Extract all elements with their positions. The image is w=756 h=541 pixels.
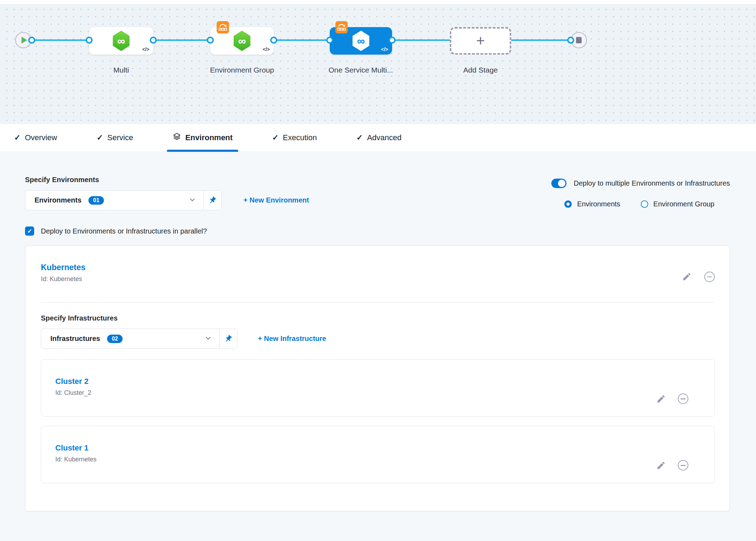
rolling-deploy-badge-icon — [217, 21, 229, 33]
infinity-glyph: ∞ — [238, 36, 246, 46]
check-icon: ✓ — [97, 133, 103, 142]
edit-infrastructure-button[interactable] — [656, 461, 666, 470]
pipeline-canvas: ∞ </> ∞ </> — [0, 0, 756, 124]
stop-icon — [576, 37, 582, 43]
tab-label: Service — [107, 133, 133, 142]
infinity-glyph: ∞ — [117, 36, 125, 46]
infrastructures-dropdown[interactable]: Infrastructures 02 — [41, 329, 237, 349]
tab-label: Overview — [25, 133, 57, 142]
pin-button[interactable] — [219, 329, 237, 348]
tab-advanced[interactable]: ✓ Advanced — [353, 124, 405, 152]
connector-port — [150, 37, 157, 44]
pipeline-edge — [153, 39, 210, 41]
pipeline-edge — [31, 39, 89, 41]
tab-label: Environment — [185, 133, 233, 142]
specify-environments-heading: Specify Environments — [25, 176, 309, 184]
environment-id: Id: Kubernetes — [41, 275, 86, 283]
environment-card: Kubernetes Id: Kubernetes Specify Infras… — [25, 245, 730, 511]
infrastructure-name-link[interactable]: Cluster 2 — [55, 377, 91, 386]
edit-infrastructure-button[interactable] — [656, 394, 666, 404]
tab-label: Execution — [283, 133, 317, 142]
check-icon: ✓ — [14, 133, 20, 142]
stage-label: Add Stage — [447, 64, 514, 75]
radio-environments[interactable] — [564, 200, 572, 208]
parallel-deploy-checkbox[interactable]: ✓ — [25, 226, 34, 236]
rolling-deploy-badge-icon — [335, 21, 348, 33]
pin-button[interactable] — [203, 191, 221, 210]
deploy-multiple-toggle[interactable] — [551, 179, 566, 188]
deploy-multiple-toggle-label: Deploy to multiple Environments or Infra… — [574, 179, 730, 187]
environment-name-link[interactable]: Kubernetes — [41, 263, 86, 272]
yaml-code-icon: </> — [142, 46, 149, 52]
chevron-down-icon — [204, 334, 212, 343]
connector-port — [389, 37, 396, 44]
tab-environment[interactable]: Environment — [169, 124, 236, 152]
stage-node-multi[interactable]: ∞ </> — [89, 27, 153, 55]
environments-count-badge: 01 — [88, 196, 104, 205]
new-environment-link[interactable]: + New Environment — [243, 196, 309, 204]
service-hexagon-icon: ∞ — [112, 31, 131, 51]
connector-port — [326, 37, 333, 44]
tab-overview[interactable]: ✓ Overview — [11, 124, 61, 152]
divider — [41, 302, 715, 303]
pipeline-edge — [392, 39, 450, 41]
connector-port — [28, 37, 35, 44]
tab-label: Advanced — [367, 133, 402, 142]
plus-icon: + — [476, 33, 485, 48]
edit-environment-button[interactable] — [682, 272, 692, 281]
environment-tab-panel: Specify Environments Environments 01 — [0, 152, 756, 541]
infrastructure-card: Cluster 2 Id: Cluster_2 — [41, 359, 715, 417]
connector-port — [270, 37, 277, 44]
radio-environments-label: Environments — [577, 200, 620, 208]
infrastructure-card: Cluster 1 Id: Kubernetes — [41, 426, 715, 483]
check-icon: ✓ — [272, 133, 278, 142]
yaml-code-icon: </> — [381, 46, 388, 52]
connector-port — [207, 37, 214, 44]
infinity-glyph: ∞ — [357, 36, 365, 46]
toggle-knob — [558, 180, 565, 187]
yaml-code-icon: </> — [263, 46, 270, 52]
pipeline-edge — [511, 39, 571, 41]
new-infrastructure-link[interactable]: + New Infrastructure — [258, 335, 326, 343]
specify-infrastructures-heading: Specify Infrastructures — [41, 314, 715, 322]
remove-infrastructure-button[interactable] — [678, 393, 688, 404]
stage-label: One Service Multi... — [327, 64, 394, 75]
chevron-down-icon — [188, 196, 196, 205]
play-icon — [21, 37, 27, 44]
environments-dropdown[interactable]: Environments 01 — [25, 190, 222, 210]
radio-environment-group-label: Environment Group — [653, 200, 714, 208]
canvas-top-strip — [0, 0, 756, 5]
environments-dropdown-value[interactable]: Environments 01 — [25, 191, 203, 210]
dropdown-selected-text: Infrastructures — [50, 335, 100, 343]
stage-label: Multi — [88, 64, 155, 75]
stage-detail-tabbar: ✓ Overview ✓ Service Environment ✓ Execu… — [0, 124, 756, 152]
stage-graph: ∞ </> ∞ </> — [0, 5, 756, 124]
dropdown-selected-text: Environments — [35, 196, 81, 204]
remove-infrastructure-button[interactable] — [678, 460, 688, 471]
environments-icon — [173, 132, 181, 143]
tab-service[interactable]: ✓ Service — [93, 124, 137, 152]
infrastructures-dropdown-value[interactable]: Infrastructures 02 — [41, 329, 219, 348]
tab-execution[interactable]: ✓ Execution — [268, 124, 320, 152]
service-hexagon-icon: ∞ — [233, 31, 252, 51]
stage-label: Environment Group — [209, 64, 275, 75]
check-icon: ✓ — [356, 133, 362, 142]
parallel-deploy-checkbox-label: Deploy to Environments or Infrastructure… — [41, 227, 207, 235]
connector-port — [86, 37, 93, 44]
remove-environment-button[interactable] — [704, 272, 715, 282]
add-stage-button[interactable]: + — [450, 27, 511, 55]
infrastructures-count-badge: 02 — [107, 335, 123, 343]
infrastructure-id: Id: Kubernetes — [55, 456, 97, 463]
infrastructure-id: Id: Cluster_2 — [55, 389, 91, 397]
service-hexagon-icon: ∞ — [352, 31, 371, 51]
connector-port — [567, 37, 574, 44]
radio-environment-group[interactable] — [641, 200, 648, 208]
infrastructure-name-link[interactable]: Cluster 1 — [55, 443, 97, 453]
pipeline-edge — [274, 39, 330, 41]
